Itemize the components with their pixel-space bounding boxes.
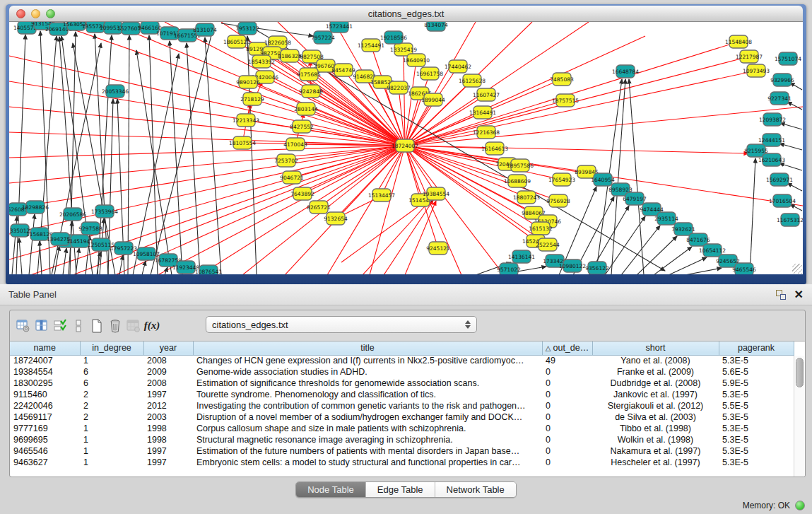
citation-edge[interactable]	[790, 83, 802, 90]
graph-node[interactable]: 9465546	[732, 263, 756, 274]
citation-edge[interactable]	[29, 214, 35, 274]
cell-year[interactable]: 1997	[143, 445, 193, 457]
graph-node[interactable]: 1615132	[529, 222, 553, 235]
citation-edge-red[interactable]	[336, 146, 405, 218]
cell-in_degree[interactable]: 1	[80, 457, 143, 468]
cell-year[interactable]: 1997	[143, 389, 193, 400]
citation-edge[interactable]	[128, 35, 129, 274]
citation-edge[interactable]	[247, 36, 257, 274]
citation-edge-red[interactable]	[292, 146, 405, 177]
table-row[interactable]: 969969511998Structural magnetic resonanc…	[10, 434, 794, 445]
citation-edge[interactable]	[787, 183, 802, 191]
cell-out_degree[interactable]: 0	[542, 434, 592, 445]
cell-pagerank[interactable]: 5.3E-5	[719, 434, 794, 445]
cell-title[interactable]: Changes of HCN gene expression and I(f) …	[193, 355, 542, 366]
cell-year[interactable]: 2003	[143, 411, 193, 423]
graph-node[interactable]: 15751074	[775, 52, 801, 65]
column-header-title[interactable]: title	[193, 341, 542, 355]
graph-node[interactable]: 9890126	[236, 76, 260, 88]
cell-title[interactable]: Tourette syndrome. Phenomenology and cla…	[193, 389, 542, 400]
column-header-short[interactable]: short	[592, 341, 719, 355]
graph-node[interactable]: 7643892	[290, 187, 314, 200]
cell-year[interactable]: 1998	[143, 434, 193, 445]
close-window-button[interactable]	[16, 9, 25, 18]
citation-edge[interactable]	[205, 37, 221, 274]
citation-edge[interactable]	[685, 268, 722, 274]
memory-status-led[interactable]	[795, 501, 805, 510]
graph-node[interactable]: 8427552	[290, 120, 314, 133]
citation-edge-red[interactable]	[200, 146, 405, 274]
cell-title[interactable]: Embryonic stem cells: a model to study s…	[193, 457, 542, 468]
graph-node[interactable]: 9756928	[546, 194, 570, 207]
citation-edge-red[interactable]	[9, 107, 405, 146]
table-row[interactable]: 2242004622012Investigating the contribut…	[10, 400, 794, 411]
table-row[interactable]: 977716911998Corpus callosum shape and si…	[10, 423, 794, 434]
select-rows-icon[interactable]	[51, 317, 69, 335]
citation-edge[interactable]	[637, 236, 677, 274]
citation-edge-red[interactable]	[73, 146, 405, 274]
cell-title[interactable]: Genome-wide association studies in ADHD.	[193, 366, 542, 378]
cell-short[interactable]: Franke et al. (2009)	[592, 366, 719, 378]
cell-in_degree[interactable]: 6	[80, 378, 143, 389]
cell-out_degree[interactable]: 0	[542, 411, 592, 423]
cell-out_degree[interactable]: 0	[542, 389, 592, 400]
graph-node[interactable]: 9822037	[387, 81, 411, 94]
cell-short[interactable]: Hescheler et al. (1997)	[592, 457, 719, 468]
cell-title[interactable]: Structural magnetic resonance image aver…	[193, 434, 542, 445]
merge-rows-icon[interactable]	[69, 317, 88, 335]
graph-node[interactable]: 9175685	[297, 68, 321, 81]
graph-node[interactable]: 9046721	[280, 171, 304, 184]
citation-edge[interactable]	[149, 35, 158, 274]
graph-node[interactable]: 2522544	[536, 238, 560, 251]
citation-edge[interactable]	[780, 123, 802, 129]
citation-edge-red[interactable]	[384, 200, 433, 274]
cell-short[interactable]: Yano et al. (2008)	[592, 355, 719, 366]
cell-year[interactable]: 2012	[143, 400, 193, 411]
cell-year[interactable]: 1998	[143, 423, 193, 434]
graph-node[interactable]: 7485083	[550, 73, 574, 86]
graph-node[interactable]: 16961758	[416, 67, 443, 80]
cell-out_degree[interactable]: 0	[542, 423, 592, 434]
node-table-header[interactable]: namein_degreeyeartitle△out_de…shortpager…	[10, 341, 794, 355]
cell-title[interactable]: Estimation of significance thresholds fo…	[193, 378, 542, 389]
graph-node[interactable]: 8131074	[193, 23, 217, 36]
citation-edge[interactable]	[629, 79, 644, 274]
graph-node[interactable]: 7253702	[274, 154, 298, 167]
graph-node[interactable]: 16164613	[481, 142, 508, 155]
cell-name[interactable]: 22420046	[10, 400, 80, 411]
graph-node[interactable]: 2935114	[654, 212, 678, 225]
table-select-dropdown[interactable]: citations_edges.txt	[206, 316, 477, 333]
graph-node[interactable]: 8454749	[331, 64, 355, 76]
citation-edge-red[interactable]	[405, 201, 436, 274]
citation-edge-red[interactable]	[30, 146, 405, 274]
graph-node[interactable]: 18757515	[552, 94, 579, 107]
cell-pagerank[interactable]: 5.3E-5	[719, 423, 794, 434]
citation-edge-red[interactable]	[405, 146, 436, 194]
cell-year[interactable]: 2008	[143, 378, 193, 389]
cell-name[interactable]: 19384554	[10, 366, 80, 378]
cell-in_degree[interactable]: 1	[80, 355, 143, 366]
citation-edge[interactable]	[654, 247, 692, 274]
citation-edge[interactable]	[750, 158, 755, 274]
citation-edge-red[interactable]	[341, 199, 429, 262]
graph-node[interactable]: 8134074	[424, 22, 448, 31]
cell-in_degree[interactable]: 1	[80, 423, 143, 434]
cell-short[interactable]: Dudbridge et al. (2008)	[592, 378, 719, 389]
graph-node[interactable]: 14136141	[508, 250, 535, 263]
new-table-icon[interactable]	[88, 317, 106, 335]
cell-out_degree[interactable]: 0	[542, 400, 592, 411]
cell-short[interactable]: Jankovic et al. (1997)	[592, 389, 719, 400]
cell-pagerank[interactable]: 5.6E-5	[719, 366, 794, 378]
cell-in_degree[interactable]: 1	[80, 434, 143, 445]
table-row[interactable]: 1830029562008Estimation of significance …	[10, 378, 794, 389]
graph-node[interactable]: 16648784	[612, 65, 639, 78]
cell-short[interactable]: Nakamura et al. (1997)	[592, 445, 719, 457]
graph-node[interactable]: 9297588	[78, 222, 102, 235]
cell-short[interactable]: Stergiakouli et al. (2012)	[592, 400, 719, 411]
cell-name[interactable]: 18300295	[10, 378, 80, 389]
graph-node[interactable]: 6479197	[623, 192, 647, 205]
citation-network-graph[interactable]: 1860512389129541822605898275091854339281…	[9, 22, 803, 274]
delete-table-icon[interactable]	[106, 317, 124, 335]
graph-node[interactable]: 17654923	[548, 173, 575, 186]
cell-in_degree[interactable]: 2	[80, 411, 143, 423]
